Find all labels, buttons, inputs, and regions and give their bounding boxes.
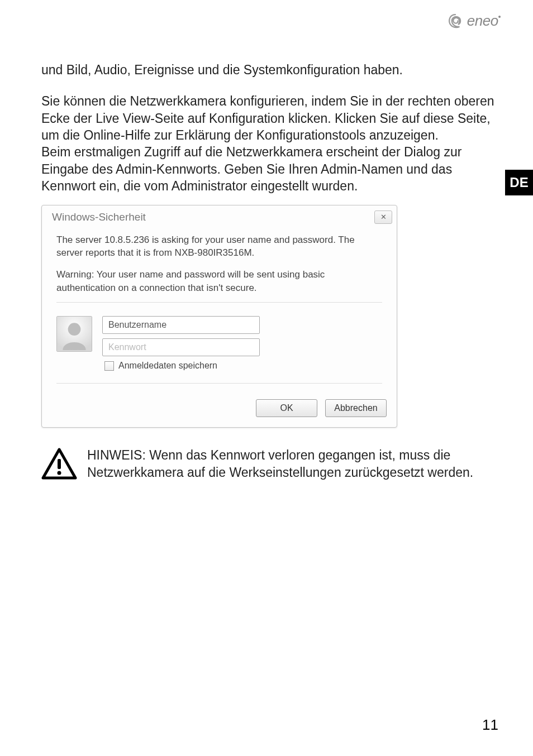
dialog-message-1: The server 10.8.5.236 is asking for your… [56, 233, 382, 260]
paragraph-1: und Bild, Audio, Ereignisse und die Syst… [41, 61, 495, 78]
separator [56, 383, 382, 384]
credentials-row: Benutzername Kennwort Anmeldedaten speic… [56, 316, 382, 371]
username-input[interactable]: Benutzername [102, 316, 260, 334]
user-avatar-icon [56, 316, 92, 352]
note-block: HINWEIS: Wenn das Kennwort verloren gega… [41, 447, 495, 481]
svg-point-1 [68, 323, 81, 336]
page: eneo• DE und Bild, Audio, Ereignisse und… [0, 0, 533, 756]
paragraph-2: Sie können die Netzwerkkamera konfigurie… [41, 93, 495, 143]
close-button[interactable]: ✕ [374, 210, 392, 224]
language-tab: DE [505, 170, 533, 195]
svg-point-3 [58, 471, 61, 475]
page-number: 11 [482, 716, 498, 734]
password-input[interactable]: Kennwort [102, 338, 260, 356]
brand-swirl-icon [447, 13, 464, 30]
body-text: und Bild, Audio, Ereignisse und die Syst… [41, 61, 495, 195]
close-icon: ✕ [380, 213, 387, 221]
warning-icon [41, 448, 77, 480]
username-placeholder: Benutzername [108, 320, 166, 330]
paragraph-3: Beim erstmaligen Zugriff auf die Netzwer… [41, 143, 495, 194]
password-placeholder: Kennwort [108, 342, 146, 352]
remember-checkbox[interactable] [104, 361, 114, 371]
note-text: HINWEIS: Wenn das Kennwort verloren gega… [87, 447, 495, 481]
remember-credentials-row[interactable]: Anmeldedaten speichern [102, 361, 260, 371]
remember-label: Anmeldedaten speichern [118, 361, 217, 371]
svg-rect-2 [58, 459, 61, 469]
ok-button[interactable]: OK [256, 399, 317, 417]
dialog-title: Windows-Sicherheit [52, 211, 146, 223]
brand-logo: eneo• [447, 12, 501, 30]
auth-dialog: Windows-Sicherheit ✕ The server 10.8.5.2… [41, 205, 397, 428]
dialog-buttons: OK Abbrechen [42, 399, 397, 427]
brand-name: eneo• [467, 12, 501, 30]
dialog-body: The server 10.8.5.236 is asking for your… [42, 227, 397, 400]
dialog-titlebar: Windows-Sicherheit ✕ [42, 205, 397, 227]
credential-fields: Benutzername Kennwort Anmeldedaten speic… [102, 316, 260, 371]
separator [56, 302, 382, 303]
dialog-message-2: Warning: Your user name and password wil… [56, 268, 382, 294]
cancel-button[interactable]: Abbrechen [325, 399, 387, 417]
